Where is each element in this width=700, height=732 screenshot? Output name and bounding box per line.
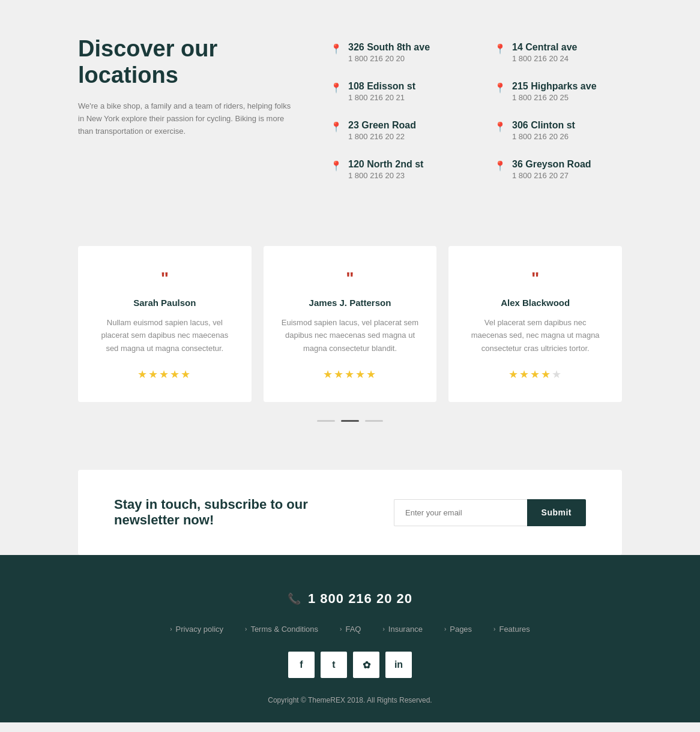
footer-copyright: Copyright © ThemeREX 2018. All Rights Re… (78, 696, 622, 704)
testimonials-grid: " Sarah Paulson Nullam euismod sapien la… (78, 246, 622, 402)
star-icon: ★ (323, 368, 334, 380)
carousel-dots (78, 420, 622, 422)
location-phone: 1 800 216 20 22 (348, 132, 416, 141)
footer-nav-label: FAQ (345, 625, 361, 634)
footer-nav-item[interactable]: ›Features (483, 625, 541, 634)
footer-nav-item[interactable]: ›FAQ (329, 625, 372, 634)
location-phone: 1 800 216 20 20 (348, 54, 430, 63)
star-rating: ★★★★★ (137, 368, 192, 381)
testimonial-name: James J. Patterson (309, 298, 391, 308)
footer-nav-label: Terms & Conditions (250, 625, 318, 634)
linkedin-icon[interactable]: in (385, 652, 412, 678)
location-pin-icon: 📍 (330, 43, 342, 55)
star-rating: ★★★★★ (508, 368, 563, 381)
location-item: 📍 14 Central ave 1 800 216 20 24 (494, 36, 622, 69)
location-phone: 1 800 216 20 26 (512, 132, 575, 141)
testimonial-name: Sarah Paulson (133, 298, 196, 308)
location-pin-icon: 📍 (330, 160, 342, 172)
carousel-dot[interactable] (365, 420, 383, 422)
quote-icon: " (161, 270, 169, 287)
locations-title: Discover our locations (78, 36, 294, 88)
footer-nav: ›Privacy policy›Terms & Conditions›FAQ›I… (78, 625, 622, 634)
chevron-right-icon: › (170, 626, 172, 632)
location-name: 326 South 8th ave (348, 42, 430, 53)
footer-nav-item[interactable]: ›Terms & Conditions (234, 625, 329, 634)
location-item: 📍 326 South 8th ave 1 800 216 20 20 (330, 36, 458, 69)
location-item: 📍 306 Clinton st 1 800 216 20 26 (494, 114, 622, 147)
locations-grid: 📍 326 South 8th ave 1 800 216 20 20 📍 14… (330, 36, 622, 186)
chevron-right-icon: › (444, 626, 446, 632)
star-icon: ★ (345, 368, 355, 380)
chevron-right-icon: › (245, 626, 247, 632)
chevron-right-icon: › (340, 626, 342, 632)
location-pin-icon: 📍 (330, 82, 342, 94)
quote-icon: " (346, 270, 354, 287)
footer-nav-item[interactable]: ›Pages (433, 625, 483, 634)
star-icon: ★ (519, 368, 530, 380)
star-icon: ★ (541, 368, 552, 380)
star-icon: ★ (137, 368, 148, 380)
facebook-icon[interactable]: f (288, 652, 315, 678)
phone-icon: 📞 (288, 592, 301, 605)
location-name: 120 North 2nd st (348, 159, 423, 170)
footer: 📞 1 800 216 20 20 ›Privacy policy›Terms … (0, 555, 700, 722)
location-name: 215 Highparks ave (512, 81, 597, 92)
email-input[interactable] (394, 499, 527, 526)
location-pin-icon: 📍 (494, 160, 506, 172)
chevron-right-icon: › (493, 626, 495, 632)
footer-phone-number: 1 800 216 20 20 (308, 591, 412, 607)
testimonial-card: " Alex Blackwood Vel placerat sem dapibu… (448, 246, 622, 402)
twitter-icon[interactable]: t (321, 652, 347, 678)
star-icon: ★ (334, 368, 345, 380)
star-icon: ★ (148, 368, 159, 380)
carousel-dot[interactable] (317, 420, 335, 422)
location-item: 📍 36 Greyson Road 1 800 216 20 27 (494, 153, 622, 186)
testimonial-text: Nullam euismod sapien lacus, vel placera… (96, 316, 234, 355)
carousel-dot[interactable] (341, 420, 359, 422)
star-icon: ★ (159, 368, 170, 380)
location-phone: 1 800 216 20 27 (512, 171, 591, 180)
star-icon: ★ (170, 368, 181, 380)
location-pin-icon: 📍 (494, 121, 506, 133)
location-name: 306 Clinton st (512, 120, 575, 131)
testimonials-section: " Sarah Paulson Nullam euismod sapien la… (0, 234, 700, 458)
star-icon: ★ (552, 368, 563, 380)
footer-phone: 📞 1 800 216 20 20 (78, 591, 622, 607)
footer-nav-item[interactable]: ›Privacy policy (159, 625, 234, 634)
footer-nav-label: Insurance (388, 625, 423, 634)
location-phone: 1 800 216 20 21 (348, 93, 415, 102)
footer-socials: ft✿in (78, 652, 622, 678)
newsletter-title: Stay in touch, subscribe to our newslett… (114, 497, 342, 528)
footer-nav-item[interactable]: ›Insurance (372, 625, 433, 634)
location-pin-icon: 📍 (330, 121, 342, 133)
location-name: 108 Edisson st (348, 81, 415, 92)
quote-icon: " (531, 270, 539, 287)
location-phone: 1 800 216 20 23 (348, 171, 423, 180)
submit-button[interactable]: Submit (527, 499, 586, 526)
locations-section: Discover our locations We're a bike shop… (0, 0, 700, 234)
instagram-icon[interactable]: ✿ (353, 652, 379, 678)
location-pin-icon: 📍 (494, 82, 506, 94)
star-rating: ★★★★★ (323, 368, 377, 381)
footer-nav-label: Features (499, 625, 530, 634)
location-name: 36 Greyson Road (512, 159, 591, 170)
location-item: 📍 23 Green Road 1 800 216 20 22 (330, 114, 458, 147)
location-item: 📍 215 Highparks ave 1 800 216 20 25 (494, 75, 622, 108)
chevron-right-icon: › (382, 626, 384, 632)
star-icon: ★ (508, 368, 519, 380)
location-phone: 1 800 216 20 25 (512, 93, 597, 102)
testimonial-card: " Sarah Paulson Nullam euismod sapien la… (78, 246, 252, 402)
footer-nav-label: Pages (450, 625, 472, 634)
location-item: 📍 120 North 2nd st 1 800 216 20 23 (330, 153, 458, 186)
newsletter-section: Stay in touch, subscribe to our newslett… (78, 470, 622, 555)
star-icon: ★ (366, 368, 377, 380)
location-name: 14 Central ave (512, 42, 578, 53)
testimonial-text: Euismod sapien lacus, vel placerat sem d… (282, 316, 419, 355)
footer-nav-label: Privacy policy (176, 625, 223, 634)
location-name: 23 Green Road (348, 120, 416, 131)
testimonial-name: Alex Blackwood (501, 298, 570, 308)
location-pin-icon: 📍 (494, 43, 506, 55)
star-icon: ★ (181, 368, 192, 380)
locations-left-panel: Discover our locations We're a bike shop… (78, 36, 294, 138)
locations-description: We're a bike shop, a family and a team o… (78, 100, 294, 137)
